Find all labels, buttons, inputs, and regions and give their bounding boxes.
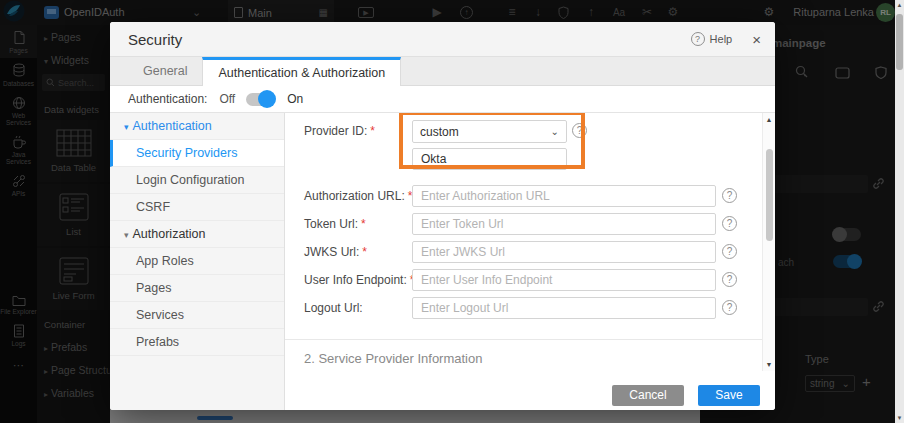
provider-form: Provider ID:* custom ⌄ ? Authorization U… [285, 113, 775, 410]
token-url-input[interactable] [412, 213, 716, 235]
dialog-tabs: General Authentication & Authorization [110, 57, 775, 86]
chevron-down-icon: ⌄ [551, 126, 559, 137]
user-info-endpoint-input[interactable] [412, 269, 716, 291]
scroll-down-icon[interactable]: ▼ [895, 415, 904, 421]
logout-url-help-icon[interactable]: ? [722, 300, 737, 315]
caret-down-icon: ▾ [124, 230, 129, 240]
page-scrollbar[interactable]: ▲ ▼ [895, 0, 904, 423]
authentication-toggle[interactable] [246, 93, 273, 106]
nav-item-prefabs[interactable]: Prefabs [110, 329, 284, 356]
logout-url-input[interactable] [412, 297, 716, 319]
scrollbar-thumb[interactable] [766, 149, 773, 241]
jwks-url-label: JWKS Url:* [304, 245, 367, 259]
help-question-icon: ? [691, 32, 705, 46]
provider-name-input[interactable] [412, 148, 567, 170]
logout-url-label: Logout Url: [304, 301, 366, 315]
tab-authentication-authorization[interactable]: Authentication & Authorization [202, 57, 401, 86]
provider-id-label: Provider ID:* [304, 124, 375, 138]
app-screen: OpenIDAuth ⌄ Main ▦ ▶ ▶ ↑ ≡ ↓ ↑ Aa ✂ ⚙ ⚙… [0, 0, 904, 423]
scrollbar-thumb[interactable] [896, 14, 903, 70]
jwks-url-help-icon[interactable]: ? [722, 244, 737, 259]
security-dialog: Security ? Help × General Authentication… [110, 22, 775, 410]
nav-group-authorization[interactable]: ▾Authorization [110, 221, 284, 248]
scroll-up-icon[interactable]: ▲ [895, 2, 904, 8]
user-info-endpoint-label: User Info Endpoint:* [304, 273, 414, 287]
security-nav: ▾Authentication Security Providers Login… [110, 113, 285, 410]
authentication-label: Authentication: [128, 92, 207, 106]
scroll-up-icon[interactable]: ▲ [763, 116, 775, 123]
authorization-url-input[interactable] [412, 185, 716, 207]
token-url-help-icon[interactable]: ? [722, 216, 737, 231]
jwks-url-input[interactable] [412, 241, 716, 263]
nav-item-services[interactable]: Services [110, 302, 284, 329]
nav-item-security-providers[interactable]: Security Providers [110, 140, 284, 167]
nav-group-authentication[interactable]: ▾Authentication [110, 113, 284, 140]
nav-item-app-roles[interactable]: App Roles [110, 248, 284, 275]
section-divider [285, 339, 762, 340]
provider-id-select[interactable]: custom ⌄ [412, 120, 567, 143]
toggle-knob [258, 90, 276, 108]
form-scrollbar[interactable]: ▲ ▼ [762, 113, 775, 371]
toggle-off-label: Off [219, 92, 235, 106]
authentication-toggle-row: Authentication: Off On [110, 86, 775, 112]
dialog-header: Security ? Help × [110, 22, 775, 57]
tab-general[interactable]: General [128, 57, 202, 85]
nav-item-login-configuration[interactable]: Login Configuration [110, 167, 284, 194]
authorization-url-help-icon[interactable]: ? [722, 188, 737, 203]
caret-down-icon: ▾ [124, 122, 129, 132]
nav-item-csrf[interactable]: CSRF [110, 194, 284, 221]
nav-item-pages[interactable]: Pages [110, 275, 284, 302]
provider-id-help-icon[interactable]: ? [572, 123, 587, 138]
cancel-button[interactable]: Cancel [612, 385, 684, 406]
save-button[interactable]: Save [698, 385, 760, 406]
authorization-url-label: Authorization URL:* [304, 189, 412, 203]
close-icon[interactable]: × [752, 31, 761, 48]
user-info-endpoint-help-icon[interactable]: ? [722, 272, 737, 287]
help-button[interactable]: ? Help [691, 32, 733, 46]
dialog-title: Security [128, 31, 691, 48]
dialog-body: ▾Authentication Security Providers Login… [110, 112, 775, 410]
scroll-down-icon[interactable]: ▼ [763, 361, 775, 368]
required-asterisk: * [370, 124, 375, 138]
toggle-on-label: On [287, 92, 303, 106]
service-provider-section-header: 2. Service Provider Information [304, 351, 482, 366]
token-url-label: Token Url:* [304, 217, 366, 231]
